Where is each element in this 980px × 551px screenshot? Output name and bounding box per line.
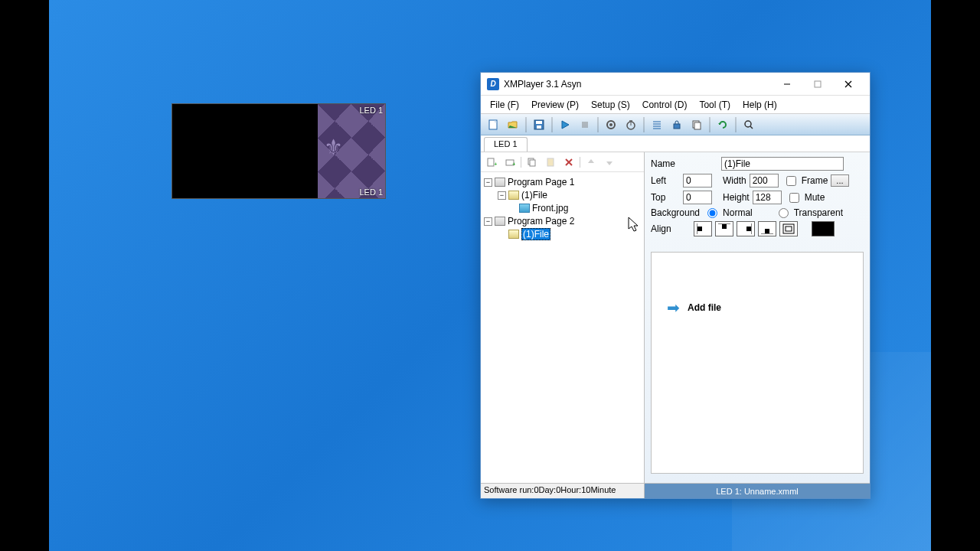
add-page-icon[interactable]: + xyxy=(484,155,499,170)
delete-tree-icon[interactable] xyxy=(561,155,577,170)
left-input[interactable] xyxy=(683,174,712,187)
align-top-icon[interactable] xyxy=(715,221,733,236)
svg-rect-8 xyxy=(582,122,588,128)
align-label: Align xyxy=(651,223,680,234)
menu-tool[interactable]: Tool (T) xyxy=(693,97,737,112)
gear-icon[interactable] xyxy=(602,116,620,133)
tree-node-file1[interactable]: − (1)File xyxy=(484,189,641,201)
menu-preview[interactable]: Preview (P) xyxy=(525,97,585,112)
page-icon xyxy=(495,217,505,226)
name-label: Name xyxy=(651,158,689,169)
menu-help[interactable]: Help (H) xyxy=(737,97,783,112)
svg-rect-28 xyxy=(530,160,535,166)
top-label: Top xyxy=(651,192,680,203)
add-file-label: Add file xyxy=(688,302,721,313)
tree-node-page2[interactable]: − Program Page 2 xyxy=(484,215,641,227)
top-input[interactable] xyxy=(683,191,712,204)
frame-checkbox[interactable] xyxy=(786,176,796,186)
color-swatch[interactable] xyxy=(812,221,835,236)
status-runtime: Software run:0Day:0Hour:10Minute xyxy=(481,484,645,498)
window-title: XMPlayer 3.1 Asyn xyxy=(504,79,772,90)
tree-label: Program Page 2 xyxy=(508,216,574,227)
move-down-icon xyxy=(602,155,617,170)
tree-label-selected: (1)File xyxy=(521,228,550,240)
copy-tree-icon[interactable] xyxy=(524,155,540,170)
menu-setup[interactable]: Setup (S) xyxy=(585,97,636,112)
browse-button[interactable]: ... xyxy=(831,174,848,187)
bg-normal-radio[interactable] xyxy=(707,208,717,218)
folder-icon xyxy=(508,230,519,239)
close-button[interactable] xyxy=(833,73,864,95)
svg-rect-6 xyxy=(536,121,542,124)
mute-label: Mute xyxy=(805,192,825,203)
titlebar[interactable]: D XMPlayer 3.1 Asyn xyxy=(481,73,870,96)
name-input[interactable] xyxy=(721,157,844,171)
refresh-icon[interactable] xyxy=(714,116,732,133)
app-icon: D xyxy=(487,78,499,90)
copy-icon[interactable] xyxy=(688,116,706,133)
svg-rect-41 xyxy=(786,227,792,231)
height-label: Height xyxy=(723,192,750,203)
svg-rect-36 xyxy=(746,227,751,231)
tabbar: LED 1 xyxy=(481,135,870,152)
svg-rect-29 xyxy=(547,158,554,166)
new-icon[interactable] xyxy=(484,116,502,133)
preview-label-bottom: LED 1 xyxy=(359,187,383,197)
bg-transparent-label: Transparent xyxy=(794,207,843,218)
lock-icon[interactable] xyxy=(668,116,686,133)
stop-icon[interactable] xyxy=(576,116,594,133)
height-input[interactable] xyxy=(753,191,782,204)
align-full-icon[interactable] xyxy=(779,221,798,236)
collapse-icon[interactable]: − xyxy=(484,217,492,226)
timer-icon[interactable] xyxy=(622,116,640,133)
collapse-icon[interactable]: − xyxy=(498,191,506,200)
svg-line-22 xyxy=(750,126,753,129)
tree-pane: + + − Program Page 1 xyxy=(481,152,645,483)
svg-rect-38 xyxy=(765,229,769,233)
arrow-right-icon: ➡ xyxy=(667,298,680,317)
collapse-icon[interactable]: − xyxy=(484,178,492,187)
bg-transparent-radio[interactable] xyxy=(779,208,789,218)
status-file: LED 1: Unname.xmml xyxy=(645,484,870,498)
maximize-button[interactable] xyxy=(802,73,833,95)
frame-label: Frame xyxy=(802,175,828,186)
svg-rect-18 xyxy=(674,124,680,129)
svg-rect-7 xyxy=(537,126,541,129)
open-icon[interactable] xyxy=(504,116,522,133)
save-icon[interactable] xyxy=(530,116,548,133)
tree-label: Front.jpg xyxy=(532,203,568,214)
file-area: ➡ Add file xyxy=(651,252,864,474)
tree-node-front[interactable]: Front.jpg xyxy=(484,202,641,214)
image-file-icon xyxy=(519,204,530,213)
play-icon[interactable] xyxy=(556,116,574,133)
menu-control[interactable]: Control (D) xyxy=(636,97,694,112)
page-icon xyxy=(495,178,505,187)
toolbar xyxy=(481,114,870,135)
tab-led1[interactable]: LED 1 xyxy=(484,137,528,152)
align-bottom-icon[interactable] xyxy=(758,221,776,236)
svg-rect-40 xyxy=(783,224,794,233)
svg-point-10 xyxy=(609,123,612,126)
minimize-button[interactable] xyxy=(772,73,802,95)
preview-pattern xyxy=(318,104,385,198)
menu-file[interactable]: File (F) xyxy=(484,97,525,112)
add-item-icon[interactable]: + xyxy=(502,155,518,170)
list-icon[interactable] xyxy=(648,116,666,133)
search-icon[interactable] xyxy=(740,116,758,133)
width-input[interactable] xyxy=(750,174,779,187)
svg-text:+: + xyxy=(512,161,515,168)
tree-node-page1[interactable]: − Program Page 1 xyxy=(484,176,641,188)
move-up-icon xyxy=(583,155,599,170)
program-tree[interactable]: − Program Page 1 − (1)File Front.jpg xyxy=(481,172,644,483)
preview-window[interactable]: LED 1 LED 1 xyxy=(172,103,386,199)
statusbar: Software run:0Day:0Hour:10Minute LED 1: … xyxy=(481,483,870,498)
tree-toolbar: + + xyxy=(481,152,644,172)
align-left-icon[interactable] xyxy=(694,221,712,236)
tree-node-file2[interactable]: (1)File xyxy=(484,228,641,240)
svg-rect-1 xyxy=(815,81,821,87)
mute-checkbox[interactable] xyxy=(789,193,799,203)
svg-rect-34 xyxy=(722,224,727,229)
add-file-button[interactable]: ➡ Add file xyxy=(667,298,848,317)
align-right-icon[interactable] xyxy=(737,221,755,236)
width-label: Width xyxy=(723,175,746,186)
